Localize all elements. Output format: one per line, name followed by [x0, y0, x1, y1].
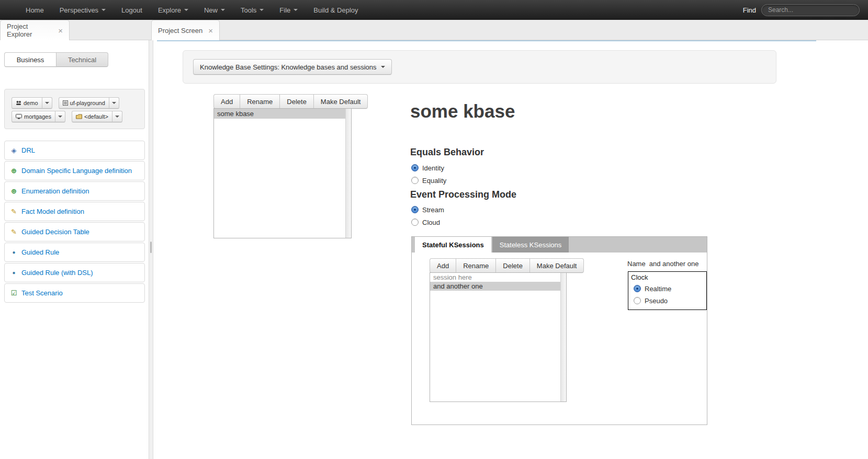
asset-item-guided-rule[interactable]: Guided Rule [4, 243, 145, 262]
ksession-name-row: Nameand another one [627, 260, 698, 268]
radio-button-icon [411, 219, 419, 226]
kbase-add-button[interactable]: Add [213, 94, 240, 109]
ksession-list-item[interactable]: session here [430, 273, 566, 282]
organization-caret-button[interactable] [42, 97, 52, 109]
menu-file-label: File [279, 6, 290, 14]
menu-logout[interactable]: Logout [114, 0, 150, 20]
ksession-list-item[interactable]: and another one [430, 282, 566, 291]
kbase-toolbar: Add Rename Delete Make Default [213, 94, 368, 109]
close-icon[interactable]: × [54, 27, 63, 35]
menu-tools[interactable]: Tools [233, 0, 272, 20]
asset-item-enumeration-definition[interactable]: Enumeration definition [4, 181, 145, 201]
equals-behavior-heading: Equals Behavior [410, 147, 484, 158]
package-icon [76, 114, 82, 119]
ksession-name-value: and another one [649, 260, 699, 268]
asset-item-dsl-definition[interactable]: Domain Specific Language definition [4, 161, 145, 180]
package-selector-label: <default> [84, 113, 108, 120]
chevron-down-icon [184, 9, 188, 11]
kbase-settings-dropdown[interactable]: Knowledge Base Settings: Knowledge bases… [193, 59, 392, 75]
asset-label: Fact Model definition [21, 208, 84, 215]
organization-selector-group: demo [12, 97, 52, 109]
package-selector-button[interactable]: <default> [72, 111, 112, 122]
asset-label: Test Scenario [21, 289, 63, 297]
menu-new[interactable]: New [196, 0, 233, 20]
kbase-list-item[interactable]: some kbase [214, 109, 351, 119]
menu-tools-label: Tools [241, 6, 256, 14]
radio-pseudo[interactable]: Pseudo [634, 296, 706, 305]
radio-realtime[interactable]: Realtime [634, 284, 706, 293]
tab-stateful-ksessions[interactable]: Stateful KSessions [415, 237, 491, 253]
dsl-icon [10, 167, 18, 174]
tab-project-screen[interactable]: Project Screen × [151, 20, 220, 40]
radio-stream[interactable]: Stream [411, 205, 444, 214]
chevron-down-icon [260, 9, 264, 11]
menu-new-label: New [204, 6, 218, 14]
find-label: Find [743, 6, 756, 14]
organization-icon [16, 100, 21, 106]
technical-view-button[interactable]: Technical [56, 52, 108, 67]
radio-identity[interactable]: Identity [411, 163, 444, 173]
package-caret-button[interactable] [112, 111, 122, 122]
tab-stateless-ksessions[interactable]: Stateless KSessions [492, 237, 569, 253]
radio-button-icon [411, 164, 419, 171]
repository-caret-button[interactable] [109, 97, 119, 109]
ksession-add-button[interactable]: Add [430, 258, 456, 273]
project-caret-button[interactable] [55, 111, 65, 122]
menu-home[interactable]: Home [18, 0, 52, 20]
ksession-toolbar: Add Rename Delete Make Default [430, 258, 584, 273]
ksession-make-default-button[interactable]: Make Default [529, 258, 584, 273]
kbase-make-default-button[interactable]: Make Default [313, 94, 368, 109]
asset-item-drl[interactable]: DRL [4, 141, 145, 160]
search-input[interactable] [761, 4, 860, 16]
asset-item-guided-decision-table[interactable]: Guided Decision Table [4, 222, 145, 242]
menu-build-deploy[interactable]: Build & Deploy [306, 0, 366, 20]
kbase-rename-button[interactable]: Rename [240, 94, 280, 109]
view-toggle-group: Business Technical [4, 52, 108, 67]
radio-cloud[interactable]: Cloud [411, 217, 440, 227]
selector-row: mortgages <default> [12, 111, 144, 122]
repository-icon [63, 100, 68, 106]
business-view-button[interactable]: Business [4, 52, 57, 67]
repository-selector-button[interactable]: uf-playground [59, 97, 109, 109]
panel-splitter[interactable] [149, 40, 153, 459]
test-scenario-icon [10, 290, 18, 296]
rule-icon [10, 250, 18, 255]
radio-pseudo-label: Pseudo [645, 297, 668, 305]
tab-strip: Project Explorer × Project Screen × [0, 20, 868, 40]
organization-selector-label: demo [24, 100, 38, 106]
radio-stream-label: Stream [422, 206, 444, 214]
chevron-down-icon [45, 102, 49, 104]
chevron-down-icon [115, 116, 119, 118]
application-window: Home Perspectives Logout Explore New Too… [0, 0, 868, 459]
ksession-list-scrollbar[interactable] [560, 273, 566, 401]
kbase-list-scrollbar[interactable] [345, 109, 351, 238]
menu-explore[interactable]: Explore [150, 0, 196, 20]
menu-file[interactable]: File [272, 0, 306, 20]
asset-list: DRL Domain Specific Language definition … [4, 141, 145, 304]
radio-button-icon [634, 297, 641, 304]
project-icon [16, 114, 22, 119]
tab-project-explorer[interactable]: Project Explorer × [0, 20, 70, 40]
asset-item-test-scenario[interactable]: Test Scenario [4, 283, 145, 303]
asset-item-fact-model-definition[interactable]: Fact Model definition [4, 202, 145, 221]
ksessions-content: Add Rename Delete Make Default session h… [412, 253, 707, 424]
close-icon[interactable]: × [204, 27, 213, 35]
pencil-icon [10, 228, 18, 235]
project-selector-group: mortgages [12, 111, 65, 122]
asset-item-guided-rule-dsl[interactable]: Guided Rule (with DSL) [4, 263, 145, 282]
radio-cloud-label: Cloud [422, 219, 440, 226]
clock-fieldset: Clock Realtime Pseudo [628, 271, 707, 310]
chevron-down-icon [381, 66, 385, 68]
organization-selector-button[interactable]: demo [12, 97, 42, 109]
radio-identity-label: Identity [422, 164, 444, 172]
asset-label: Enumeration definition [21, 187, 89, 195]
kbase-delete-button[interactable]: Delete [279, 94, 314, 109]
ksession-rename-button[interactable]: Rename [456, 258, 496, 273]
splitter-grip-icon [150, 242, 152, 253]
project-screen-panel: Knowledge Base Settings: Knowledge bases… [153, 40, 868, 459]
project-selector-button[interactable]: mortgages [12, 111, 55, 122]
menu-perspectives[interactable]: Perspectives [52, 0, 114, 20]
drl-icon [10, 147, 18, 154]
ksession-delete-button[interactable]: Delete [495, 258, 530, 273]
radio-equality[interactable]: Equality [411, 176, 446, 185]
